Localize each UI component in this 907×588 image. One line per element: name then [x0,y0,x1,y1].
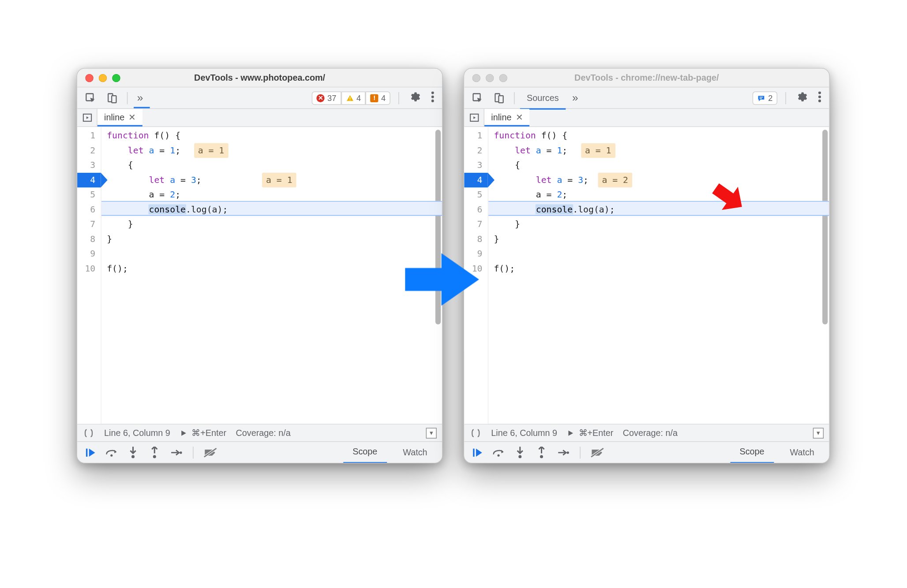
source-code[interactable]: function f() { let a = 1;a = 1 { let a =… [488,127,829,424]
messages-count: 2 [768,93,772,102]
navigator-toggle-icon[interactable] [77,109,97,127]
file-tabs-row: inline ✕ [77,109,442,127]
navigator-toggle-icon[interactable] [464,109,484,127]
svg-point-26 [498,454,500,456]
debugger-toolbar: Scope Watch [77,441,442,463]
panel-overflow-icon[interactable]: » [133,92,147,104]
source-editor[interactable]: 1 2 3 4 5 6 7 8 9 10 function f() { let … [464,127,829,424]
line-number[interactable]: 5 [77,187,95,202]
run-snippet-button[interactable]: ⌘+Enter [566,428,613,438]
callout-arrow-icon [701,171,749,218]
device-toggle-icon[interactable] [103,89,122,106]
warnings-badge[interactable]: 4 [341,91,366,104]
line-number[interactable]: 3 [464,158,482,173]
line-number[interactable]: 1 [77,128,95,143]
line-number[interactable]: 5 [464,187,482,202]
errors-badge[interactable]: ✕ 37 [312,91,341,104]
minimize-window-button[interactable] [99,74,107,82]
device-toggle-icon[interactable] [490,89,509,106]
issue-icon: ! [371,93,379,101]
line-number[interactable]: 3 [77,158,95,173]
line-number[interactable]: 4 [77,172,95,187]
run-shortcut: ⌘+Enter [579,428,614,438]
settings-icon[interactable] [791,91,812,105]
chat-icon [757,93,765,101]
scope-tab[interactable]: Scope [730,441,774,463]
close-icon[interactable]: ✕ [516,112,523,122]
run-snippet-button[interactable]: ⌘+Enter [180,428,226,438]
file-tab-inline[interactable]: inline ✕ [484,109,530,127]
separator [193,446,194,458]
line-number[interactable]: 8 [77,231,95,246]
separator [127,92,128,104]
svg-point-5 [431,91,434,94]
svg-rect-9 [86,448,87,456]
pretty-print-icon[interactable] [82,428,94,437]
step-into-icon[interactable] [126,445,141,460]
resume-icon[interactable] [82,445,97,460]
deactivate-breakpoints-icon[interactable] [203,445,218,460]
devtools-toolbar: » ✕ 37 4 ! 4 [77,87,442,109]
editor-statusbar: Line 6, Column 9 ⌘+Enter Coverage: n/a ▾ [464,424,829,441]
svg-rect-25 [473,448,474,456]
svg-point-29 [566,451,569,453]
step-icon[interactable] [169,445,184,460]
messages-badge[interactable]: 2 [753,91,777,104]
deactivate-breakpoints-icon[interactable] [590,445,605,460]
file-tab-inline[interactable]: inline ✕ [97,109,143,127]
statusbar-dropdown-icon[interactable]: ▾ [426,427,437,438]
line-number[interactable]: 10 [77,261,95,276]
settings-icon[interactable] [405,91,425,105]
line-number[interactable]: 6 [77,202,95,217]
close-window-button[interactable] [85,74,93,82]
step-out-icon[interactable] [147,445,162,460]
svg-rect-18 [498,95,503,102]
step-over-icon[interactable] [491,445,506,460]
close-icon[interactable]: ✕ [128,112,136,122]
status-badges: ✕ 37 4 ! 4 [312,91,390,104]
step-into-icon[interactable] [513,445,528,460]
line-number[interactable]: 6 [464,202,482,217]
scope-tab[interactable]: Scope [343,441,387,463]
svg-point-21 [818,91,821,94]
issues-badge[interactable]: ! 4 [366,91,390,104]
window-title: DevTools - www.photopea.com/ [77,72,442,82]
resume-icon[interactable] [470,445,485,460]
line-number[interactable]: 7 [77,217,95,232]
step-out-icon[interactable] [534,445,549,460]
line-gutter[interactable]: 1 2 3 4 5 6 7 8 9 10 [77,127,101,424]
minimize-window-button[interactable] [486,74,494,82]
line-number[interactable]: 1 [464,128,482,143]
inspect-element-icon[interactable] [81,89,100,106]
active-panel-underline [134,107,150,108]
line-number[interactable]: 8 [464,231,482,246]
current-exec-marker: 4 [77,172,101,187]
watch-tab[interactable]: Watch [780,441,824,463]
line-number[interactable]: 7 [464,217,482,232]
more-icon[interactable] [814,91,825,104]
cursor-position: Line 6, Column 9 [104,428,170,438]
titlebar[interactable]: DevTools - www.photopea.com/ [77,68,442,87]
statusbar-dropdown-icon[interactable]: ▾ [813,427,824,438]
source-editor[interactable]: 1 2 3 4 5 6 7 8 9 10 function f() { let … [77,127,442,424]
zoom-window-button[interactable] [112,74,120,82]
line-number[interactable]: 9 [77,246,95,261]
pretty-print-icon[interactable] [470,428,482,437]
titlebar[interactable]: DevTools - chrome://new-tab-page/ [464,68,829,87]
sources-panel-tab[interactable]: Sources [520,88,566,109]
more-icon[interactable] [427,91,438,104]
issues-count: 4 [381,93,386,102]
svg-point-23 [818,99,821,102]
step-icon[interactable] [555,445,570,460]
line-number[interactable]: 2 [464,143,482,158]
panel-overflow-icon[interactable]: » [568,92,582,104]
source-code[interactable]: function f() { let a = 1;a = 1 { let a =… [101,127,442,424]
close-window-button[interactable] [472,74,480,82]
zoom-window-button[interactable] [499,74,507,82]
line-number[interactable]: 2 [77,143,95,158]
line-number[interactable]: 4 [464,172,482,187]
watch-tab[interactable]: Watch [394,441,437,463]
svg-rect-3 [349,97,350,98]
inspect-element-icon[interactable] [468,89,487,106]
step-over-icon[interactable] [104,445,119,460]
